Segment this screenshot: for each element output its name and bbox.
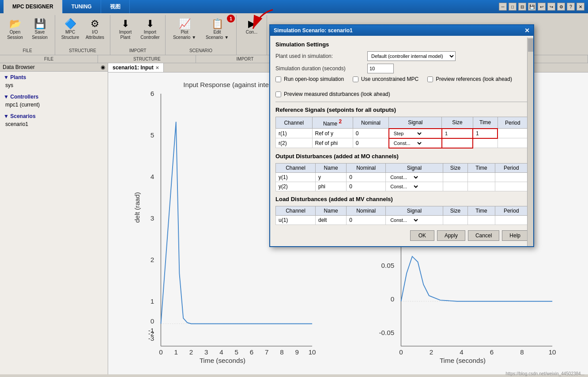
ref-r2-signal-select[interactable]: Const...Step bbox=[392, 140, 423, 146]
sidebar-item-scenario1[interactable]: scenario1 bbox=[2, 120, 106, 128]
tab-tuning[interactable]: TUNING bbox=[63, 0, 101, 13]
close-window-btn[interactable]: ✕ bbox=[577, 3, 584, 11]
redo-icon[interactable]: ↪ bbox=[547, 3, 555, 11]
out-y2-signal[interactable]: Const... bbox=[386, 182, 443, 191]
save-session-label: SaveSession bbox=[32, 30, 48, 40]
sidebar-section-controllers-header[interactable]: ▼ Controllers bbox=[2, 93, 106, 101]
out-y1-signal[interactable]: Const... bbox=[386, 172, 443, 182]
ref-r2-time bbox=[473, 138, 498, 148]
ribbon-group-scenario: 📈 PlotScenario ▼ 📋 EditScenario ▼ 1 SCEN… bbox=[166, 15, 237, 55]
cont-btn[interactable]: ▶ Con... bbox=[240, 17, 263, 37]
unconstrained-label: Use unconstrained MPC bbox=[361, 76, 418, 82]
maximize-btn[interactable]: □ bbox=[509, 3, 516, 11]
import-plant-btn[interactable]: ⬇ ImportPlant bbox=[114, 17, 137, 42]
ref-col-period: Period bbox=[498, 117, 528, 129]
svg-text:9: 9 bbox=[295, 348, 299, 356]
plot-scenario-btn[interactable]: 📈 PlotScenario ▼ bbox=[169, 17, 200, 42]
mpc-structure-label: MPCStructure bbox=[61, 30, 79, 40]
open-folder-icon: 📂 bbox=[9, 19, 21, 29]
divider-1 bbox=[275, 102, 528, 102]
ref-r1-size-input[interactable] bbox=[445, 131, 460, 136]
apply-button[interactable]: Apply bbox=[437, 230, 465, 241]
sidebar-section-scenarios: ▼ Scenarios scenario1 bbox=[2, 112, 106, 128]
checkbox-open-loop: Run open-loop simulation bbox=[275, 76, 344, 82]
preview-ref-checkbox[interactable] bbox=[427, 76, 433, 82]
svg-text:7: 7 bbox=[265, 348, 268, 356]
sidebar-item-sys[interactable]: sys bbox=[2, 81, 106, 89]
open-session-btn[interactable]: 📂 OpenSession bbox=[4, 17, 26, 42]
structure-section-label: STRUCTURE bbox=[98, 55, 196, 63]
cancel-button[interactable]: Cancel bbox=[468, 230, 499, 241]
load-u1-signal-select[interactable]: Const... bbox=[388, 217, 419, 223]
svg-text:delt (raad): delt (raad) bbox=[133, 192, 141, 223]
ok-button[interactable]: OK bbox=[410, 230, 434, 241]
io-icon: ⚙ bbox=[90, 19, 99, 29]
content-tab-scenario1[interactable]: scenario1: Input ✕ bbox=[108, 63, 164, 72]
ref-row-2: r(2) Ref of phi 0 Const...Step bbox=[276, 138, 528, 148]
undo-icon[interactable]: ↩ bbox=[538, 3, 546, 11]
help-icon[interactable]: ? bbox=[567, 3, 575, 11]
out-y2-signal-select[interactable]: Const... bbox=[388, 183, 419, 190]
footnote: https://blog.csdn.net/weixin_44502384... bbox=[506, 371, 584, 376]
dialog-scrollbar[interactable] bbox=[527, 38, 533, 246]
ref-r2-signal[interactable]: Const...Step bbox=[389, 138, 442, 148]
out-y2-size bbox=[443, 182, 468, 191]
edit-scenario-btn[interactable]: 📋 EditScenario ▼ 1 bbox=[202, 17, 233, 42]
sidebar-expand-icon[interactable]: ◉ bbox=[101, 64, 105, 70]
ref-r1-signal[interactable]: StepConst... bbox=[389, 129, 442, 138]
preview-dist-checkbox[interactable] bbox=[275, 91, 281, 97]
sidebar-section-scenarios-header[interactable]: ▼ Scenarios bbox=[2, 112, 106, 120]
sidebar-section-plants-header[interactable]: ▼ Plants bbox=[2, 73, 106, 81]
mpc-structure-btn[interactable]: 🔷 MPCStructure bbox=[59, 17, 82, 42]
save-icon: 💾 bbox=[34, 19, 46, 29]
svg-text:3: 3 bbox=[151, 214, 154, 222]
ref-r1-size[interactable] bbox=[442, 129, 473, 138]
load-u1-signal[interactable]: Const... bbox=[386, 215, 443, 225]
import-controller-icon: ⬇ bbox=[146, 19, 154, 29]
tab-close-icon[interactable]: ✕ bbox=[155, 65, 159, 70]
settings-icon[interactable]: ⚙ bbox=[557, 3, 565, 11]
load-dist-heading: Load Disturbances (added at MV channels) bbox=[275, 196, 528, 202]
tab-view[interactable]: 视图 bbox=[101, 0, 130, 13]
out-col-signal: Signal bbox=[386, 163, 443, 172]
window-controls: ─ □ ⊟ 💾 ↩ ↪ ⚙ ? ✕ bbox=[499, 3, 584, 11]
ref-r2-name: Ref of phi bbox=[312, 138, 353, 148]
save-icon[interactable]: 💾 bbox=[528, 3, 536, 11]
out-col-period: Period bbox=[495, 163, 528, 172]
ref-r1-nominal: 0 bbox=[353, 129, 389, 138]
out-y1-size bbox=[443, 172, 468, 182]
unconstrained-checkbox[interactable] bbox=[353, 76, 358, 82]
duration-input[interactable] bbox=[367, 64, 394, 73]
ref-col-size: Size bbox=[442, 117, 473, 129]
cont-group-label bbox=[240, 52, 263, 53]
import-controller-btn[interactable]: ⬇ ImportController bbox=[139, 17, 162, 42]
svg-text:-0.05: -0.05 bbox=[379, 329, 394, 336]
svg-text:4: 4 bbox=[151, 173, 155, 180]
ref-r1-time[interactable]: 1 bbox=[473, 129, 498, 138]
ref-r1-signal-select[interactable]: StepConst... bbox=[392, 130, 423, 137]
tab-mpc-designer[interactable]: MPC DESIGNER bbox=[4, 0, 63, 13]
minimize-btn[interactable]: ─ bbox=[499, 3, 507, 11]
ref-signals-heading: Reference Signals (setpoints for all out… bbox=[275, 107, 528, 113]
sidebar-item-mpc1[interactable]: mpc1 (current) bbox=[2, 101, 106, 109]
dialog-close-btn[interactable]: ✕ bbox=[524, 27, 530, 34]
dialog-scrollbar-thumb[interactable] bbox=[528, 38, 533, 52]
import-plant-label: ImportPlant bbox=[119, 30, 132, 40]
restore-btn[interactable]: ⊟ bbox=[518, 3, 526, 11]
checkbox-preview-ref: Preview references (look ahead) bbox=[427, 76, 512, 82]
plant-select[interactable]: Default (controller internal model) bbox=[367, 51, 456, 61]
svg-text:10: 10 bbox=[309, 348, 316, 356]
out-y1-signal-select[interactable]: Const... bbox=[388, 174, 419, 180]
import-controller-label: ImportController bbox=[140, 30, 159, 40]
io-attributes-btn[interactable]: ⚙ I/OAttributes bbox=[83, 17, 106, 42]
file-group-label: FILE bbox=[4, 47, 51, 53]
help-button[interactable]: Help bbox=[502, 230, 528, 241]
svg-text:10: 10 bbox=[548, 348, 556, 356]
ribbon-group-cont: ▶ Con... bbox=[237, 15, 267, 55]
svg-text:4: 4 bbox=[460, 348, 464, 356]
sidebar-header: Data Browser ◉ bbox=[0, 63, 108, 72]
save-session-btn[interactable]: 💾 SaveSession bbox=[28, 17, 51, 42]
import-plant-icon: ⬇ bbox=[121, 19, 129, 29]
svg-text:6: 6 bbox=[490, 348, 493, 356]
open-loop-checkbox[interactable] bbox=[275, 76, 281, 82]
